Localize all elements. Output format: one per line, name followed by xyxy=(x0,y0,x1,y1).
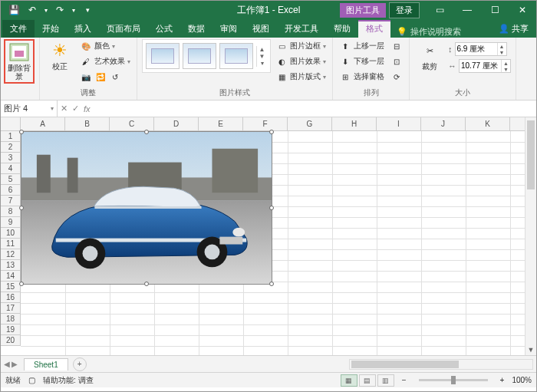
horizontal-scrollbar[interactable] xyxy=(349,359,533,370)
maximize-icon[interactable]: ☐ xyxy=(481,1,509,19)
tab-review[interactable]: 审阅 xyxy=(212,20,245,38)
column-header[interactable]: F xyxy=(243,117,288,130)
row-header[interactable]: 14 xyxy=(1,271,20,282)
tab-developer[interactable]: 开发工具 xyxy=(277,20,326,38)
redo-dropdown-icon[interactable]: ▾ xyxy=(70,2,77,18)
name-box[interactable]: 图片 4 ▾ xyxy=(1,100,58,117)
tab-page-layout[interactable]: 页面布局 xyxy=(99,20,148,38)
column-header[interactable]: I xyxy=(377,117,421,130)
row-header[interactable]: 6 xyxy=(1,185,20,196)
compress-pictures-icon[interactable]: 📷 xyxy=(80,71,92,83)
scroll-thumb[interactable] xyxy=(527,120,535,189)
page-layout-view-button[interactable]: ▤ xyxy=(359,374,376,387)
row-header[interactable]: 4 xyxy=(1,163,20,174)
ribbon-options-icon[interactable]: ▭ xyxy=(426,1,453,19)
share-button[interactable]: 👤 共享 xyxy=(491,20,536,38)
enter-icon[interactable]: ✓ xyxy=(72,104,79,114)
tab-help[interactable]: 帮助 xyxy=(326,20,358,38)
sheet-tab[interactable]: Sheet1 xyxy=(24,358,68,371)
change-picture-icon[interactable]: 🔁 xyxy=(94,71,107,83)
zoom-level[interactable]: 100% xyxy=(512,376,532,384)
row-header[interactable]: 3 xyxy=(1,153,20,163)
row-header[interactable]: 17 xyxy=(1,303,20,314)
selection-pane-button[interactable]: ⊞选择窗格 xyxy=(338,70,386,84)
fx-icon[interactable]: fx xyxy=(84,104,91,114)
column-header[interactable]: J xyxy=(421,117,466,130)
style-thumb[interactable] xyxy=(219,43,253,69)
column-header[interactable]: K xyxy=(466,117,510,130)
color-button[interactable]: 🎨颜色▾ xyxy=(78,39,132,53)
new-sheet-button[interactable]: + xyxy=(73,357,87,371)
column-header[interactable]: C xyxy=(110,117,154,130)
macro-record-icon[interactable]: ▢ xyxy=(28,376,35,384)
picture-border-button[interactable]: ▭图片边框▾ xyxy=(274,39,328,53)
zoom-slider[interactable] xyxy=(419,379,488,381)
column-header[interactable]: B xyxy=(65,117,110,130)
picture-styles-gallery[interactable]: ▲▼▾ xyxy=(142,39,271,73)
vertical-scrollbar[interactable]: ▲ ▼ xyxy=(525,117,536,355)
row-header[interactable]: 16 xyxy=(1,292,20,303)
name-box-dropdown-icon[interactable]: ▾ xyxy=(51,105,54,112)
sheet-nav[interactable]: ◀▶ xyxy=(1,360,21,368)
height-input[interactable]: ▲▼ xyxy=(455,42,507,56)
tell-me-search[interactable]: 💡 操作说明搜索 xyxy=(397,26,461,38)
row-header[interactable]: 1 xyxy=(1,131,20,142)
inserted-picture[interactable] xyxy=(21,131,272,285)
row-header[interactable]: 19 xyxy=(1,324,20,335)
column-header[interactable]: A xyxy=(21,117,65,130)
rotate-button[interactable]: ⟳ xyxy=(389,70,404,84)
column-header[interactable]: H xyxy=(332,117,377,130)
row-header[interactable]: 13 xyxy=(1,260,20,271)
width-value[interactable] xyxy=(460,62,501,71)
save-icon[interactable]: 💾 xyxy=(5,2,22,18)
page-break-view-button[interactable]: ▥ xyxy=(377,374,394,387)
width-input[interactable]: ▲▼ xyxy=(459,59,511,73)
normal-view-button[interactable]: ▦ xyxy=(341,374,357,387)
row-header[interactable]: 8 xyxy=(1,206,20,217)
tab-format[interactable]: 格式 xyxy=(358,20,390,38)
row-header[interactable]: 9 xyxy=(1,217,20,228)
undo-dropdown-icon[interactable]: ▾ xyxy=(42,2,50,18)
row-header[interactable]: 15 xyxy=(1,282,20,292)
artistic-effects-button[interactable]: 🖌艺术效果▾ xyxy=(78,54,132,68)
row-header[interactable]: 7 xyxy=(1,196,20,206)
column-header[interactable]: G xyxy=(288,117,332,130)
minimize-icon[interactable]: — xyxy=(453,1,481,19)
row-header[interactable]: 18 xyxy=(1,314,20,324)
close-icon[interactable]: ✕ xyxy=(509,1,536,19)
picture-layout-button[interactable]: ▦图片版式▾ xyxy=(274,70,328,84)
style-thumb[interactable] xyxy=(146,43,180,69)
row-header[interactable]: 10 xyxy=(1,228,20,239)
tab-home[interactable]: 开始 xyxy=(35,20,67,38)
style-thumb[interactable] xyxy=(183,43,216,69)
cells-area[interactable] xyxy=(21,131,536,355)
reset-picture-icon[interactable]: ↺ xyxy=(109,71,121,83)
zoom-in-button[interactable]: + xyxy=(500,376,505,384)
select-all-corner[interactable] xyxy=(1,117,21,131)
zoom-out-button[interactable]: − xyxy=(402,376,407,384)
picture-effects-button[interactable]: ◐图片效果▾ xyxy=(274,54,328,68)
row-header[interactable]: 5 xyxy=(1,174,20,185)
row-header[interactable]: 20 xyxy=(1,335,20,346)
crop-button[interactable]: ✂ 裁剪 xyxy=(414,39,445,72)
row-header[interactable]: 2 xyxy=(1,142,20,153)
cancel-icon[interactable]: ✕ xyxy=(61,104,68,114)
redo-icon[interactable]: ↷ xyxy=(51,2,68,18)
gallery-more[interactable]: ▲▼▾ xyxy=(256,46,267,67)
bring-forward-button[interactable]: ⬆上移一层 xyxy=(338,39,386,53)
tab-file[interactable]: 文件 xyxy=(2,20,35,38)
tab-data[interactable]: 数据 xyxy=(180,20,212,38)
height-value[interactable] xyxy=(456,45,497,54)
tab-formulas[interactable]: 公式 xyxy=(148,20,180,38)
tab-view[interactable]: 视图 xyxy=(245,20,277,38)
login-button[interactable]: 登录 xyxy=(389,2,420,18)
column-header[interactable]: D xyxy=(154,117,199,130)
row-header[interactable]: 11 xyxy=(1,239,20,249)
row-header[interactable]: 12 xyxy=(1,249,20,260)
corrections-button[interactable]: ☀ 校正 xyxy=(44,39,75,72)
column-header[interactable]: E xyxy=(199,117,243,130)
remove-background-button[interactable]: 删除背景 xyxy=(4,39,35,84)
tab-insert[interactable]: 插入 xyxy=(67,20,99,38)
scroll-down-icon[interactable]: ▼ xyxy=(525,344,536,355)
send-backward-button[interactable]: ⬇下移一层 xyxy=(338,54,386,68)
